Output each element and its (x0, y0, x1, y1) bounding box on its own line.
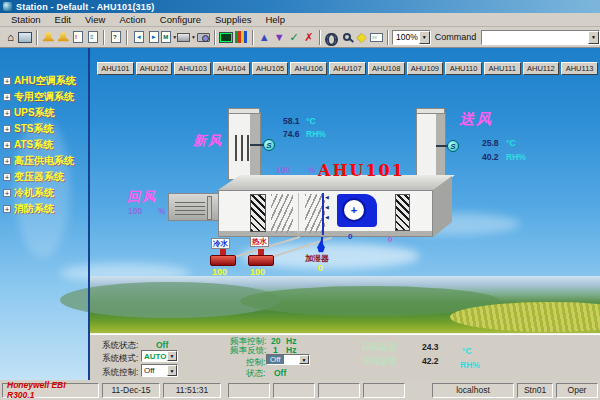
lower-icon[interactable]: ▼ (272, 29, 287, 46)
expand-icon[interactable]: + (3, 109, 11, 117)
sidebar-item-chiller[interactable]: +冷机系统 (3, 186, 54, 200)
menu-supplies[interactable]: Supplies (208, 14, 258, 25)
expand-icon[interactable]: + (3, 93, 11, 101)
trend-icon[interactable] (219, 29, 234, 46)
expand-icon[interactable]: + (3, 157, 11, 165)
sidebar-item-sts[interactable]: +STS系统 (3, 122, 53, 136)
chevron-down-icon[interactable]: ▼ (299, 355, 309, 364)
menu-edit[interactable]: Edit (48, 14, 78, 25)
raise-icon[interactable]: ▲ (257, 29, 272, 46)
landscape-background (90, 276, 600, 336)
system-control-value: Off (144, 366, 155, 375)
sidebar-item-fire[interactable]: +消防系统 (3, 202, 54, 216)
display-icon[interactable] (18, 29, 33, 46)
tab-ahu112[interactable]: AHU112 (523, 62, 560, 75)
print-icon[interactable]: ▼ (177, 29, 196, 46)
supply-air-temp-value: 25.8 (482, 138, 499, 148)
toolbar-separator (126, 30, 128, 45)
expand-icon[interactable]: + (3, 205, 11, 213)
chevron-down-icon[interactable]: ▼ (588, 31, 599, 44)
command-label: Command (435, 32, 477, 42)
tab-ahu110[interactable]: AHU110 (445, 62, 482, 75)
menu-view[interactable]: View (78, 14, 112, 25)
capture-icon[interactable] (196, 29, 211, 46)
tab-ahu107[interactable]: AHU107 (329, 62, 366, 75)
zoom-icon[interactable] (339, 29, 354, 46)
supply-fan-icon[interactable]: + (337, 194, 377, 227)
sidebar-item-transformer[interactable]: +变压器系统 (3, 170, 64, 184)
fresh-air-label: 新风 (193, 132, 223, 150)
sidebar-item-hv-power[interactable]: +高压供电系统 (3, 154, 74, 168)
return-temp-label: 回风温度: (362, 342, 398, 354)
tab-ahu109[interactable]: AHU109 (407, 62, 444, 75)
group-bars-icon[interactable] (234, 29, 249, 46)
expand-icon[interactable]: + (3, 189, 11, 197)
sidebar-item-ups[interactable]: +UPS系统 (3, 106, 55, 120)
chilled-water-valve-icon[interactable] (210, 249, 236, 266)
detail-card-icon[interactable]: ≡≡ (369, 29, 384, 46)
zoom-select[interactable]: 100% ▼ (392, 30, 431, 45)
menu-help[interactable]: Help (258, 14, 292, 25)
toolbar-separator (252, 30, 254, 45)
brand-text: Honeywell EBI R300.1 (2, 383, 99, 398)
expand-icon[interactable]: + (3, 173, 11, 181)
accept-icon[interactable]: ✓ (287, 29, 302, 46)
tab-ahu106[interactable]: AHU106 (290, 62, 327, 75)
expand-icon[interactable]: + (3, 141, 11, 149)
tab-ahu113[interactable]: AHU113 (561, 62, 598, 75)
find-icon[interactable] (324, 29, 339, 46)
tab-ahu105[interactable]: AHU105 (252, 62, 289, 75)
duct-cap (228, 108, 260, 114)
expand-icon[interactable]: + (3, 125, 11, 133)
page-back-icon[interactable]: ◄ (131, 29, 146, 46)
help-page-icon[interactable]: ? (108, 29, 123, 46)
page-recall-icon[interactable]: M▼ (161, 29, 177, 46)
sidebar-item-dedicated-ac[interactable]: +专用空调系统 (3, 90, 74, 104)
tab-ahu111[interactable]: AHU111 (484, 62, 521, 75)
reject-icon[interactable]: ✗ (302, 29, 317, 46)
chevron-down-icon[interactable]: ▼ (167, 365, 177, 376)
menu-configure[interactable]: Configure (153, 14, 208, 25)
return-temp-value: 24.3 (422, 342, 439, 352)
sidebar-item-ats[interactable]: +ATS系统 (3, 138, 53, 152)
supply-air-label: 送风 (459, 110, 493, 129)
alarm-summary-icon[interactable] (41, 29, 56, 46)
return-temp-unit: °C (462, 346, 472, 356)
event-log-icon[interactable]: ≡ (86, 29, 101, 46)
system-mode-select[interactable]: AUTO ▼ (141, 350, 178, 362)
toolbar-separator (36, 30, 38, 45)
tab-ahu108[interactable]: AHU108 (368, 62, 405, 75)
fresh-air-rh-value: 74.6 (283, 129, 300, 139)
ahu-front-face: ◀ ◀ ◀ + (218, 190, 433, 237)
main-display-area: +AHU空调系统 +专用空调系统 +UPS系统 +STS系统 +ATS系统 +高… (0, 48, 600, 380)
fresh-air-duct (228, 112, 261, 180)
system-control-select[interactable]: Off ▼ (141, 364, 178, 377)
page-forward-icon[interactable]: ► (146, 29, 161, 46)
tab-ahu102[interactable]: AHU102 (136, 62, 173, 75)
fresh-air-damper-actuator-icon[interactable]: S (263, 139, 275, 151)
menu-station[interactable]: Station (4, 14, 48, 25)
alarm-log-icon[interactable]: ! (71, 29, 86, 46)
tab-ahu101[interactable]: AHU101 (97, 62, 134, 75)
control-select[interactable]: Off ▼ (266, 354, 310, 365)
expand-icon[interactable]: + (3, 77, 11, 85)
supply-air-duct (416, 112, 446, 184)
return-rh-value: 42.2 (422, 356, 439, 366)
chevron-down-icon[interactable]: ▼ (419, 31, 430, 44)
system-status-label: 系统状态: (102, 340, 138, 352)
system-mode-value: AUTO (144, 352, 167, 361)
filter-section-icon (250, 194, 266, 232)
alarm-ack-icon[interactable] (56, 29, 71, 46)
humidifier-value: 0 (318, 263, 323, 273)
chevron-down-icon[interactable]: ▼ (167, 351, 177, 361)
tab-ahu103[interactable]: AHU103 (174, 62, 211, 75)
station-icon[interactable]: ⌂ (3, 29, 18, 46)
toolbar-separator (319, 30, 321, 45)
favorite-icon[interactable]: ◆ (354, 29, 369, 46)
command-input[interactable]: ▼ (481, 30, 600, 45)
supply-air-damper-actuator-icon[interactable]: S (447, 140, 459, 152)
sidebar-item-ahu[interactable]: +AHU空调系统 (3, 74, 76, 88)
menu-action[interactable]: Action (112, 14, 152, 25)
tab-ahu104[interactable]: AHU104 (213, 62, 250, 75)
hot-water-valve-icon[interactable] (248, 249, 274, 266)
